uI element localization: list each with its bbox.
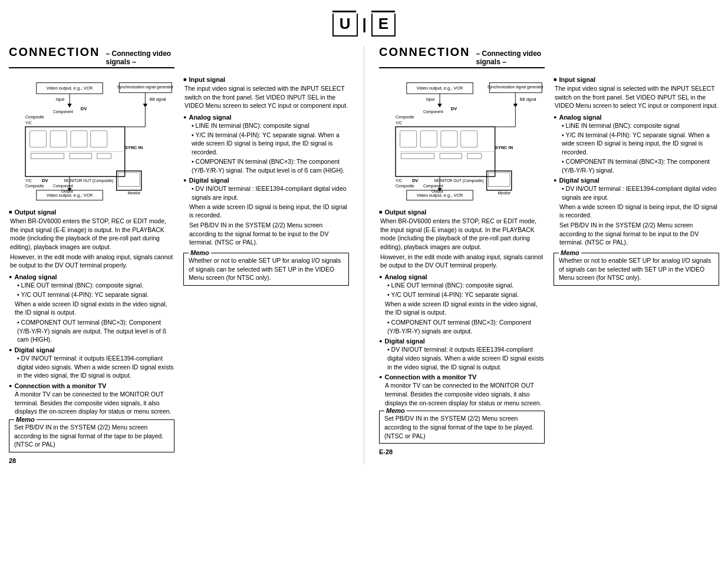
right-digital-output-section: Digital signal DV IN/OUT terminal: it ou…: [379, 338, 545, 371]
svg-text:Video output, e.g., VCR: Video output, e.g., VCR: [47, 193, 93, 198]
right-output-body-2: However, in the edit mode with analog in…: [379, 253, 545, 270]
left-section-subtitle: – Connecting video signals –: [106, 49, 174, 66]
svg-rect-12: [71, 131, 87, 147]
right-input-body: The input video signal is selected with …: [554, 84, 719, 110]
right-analog-input-item-0: LINE IN terminal (BNC): composite signal: [554, 121, 719, 130]
right-analog-input-item-1: Y/C IN terminal (4-PIN): YC separate sig…: [554, 131, 719, 157]
left-analog-input-item-2: COMPONENT IN terminal (BNC×3): The compo…: [183, 157, 349, 174]
svg-rect-17: [97, 153, 111, 158]
left-section-title-row: CONNECTION – Connecting video signals –: [9, 45, 174, 68]
svg-text:Y/C: Y/C: [25, 178, 32, 183]
right-input-memo-label: Memo: [559, 249, 581, 257]
left-digital-output-heading: Digital signal: [9, 346, 174, 353]
right-monitor-tv-heading: Connection with a monitor TV: [379, 373, 545, 381]
svg-rect-51: [441, 131, 457, 147]
right-input-memo-box: Memo Whether or not to enable SET UP for…: [554, 253, 719, 286]
left-digital-input-item-2: Set PB/DV IN in the SYSTEM (2/2) Menu sc…: [183, 221, 349, 247]
logo-e: E: [378, 15, 388, 32]
logo-divider: |: [363, 15, 367, 34]
left-column: CONNECTION – Connecting video signals – …: [9, 45, 349, 464]
column-divider: [364, 45, 364, 464]
svg-text:DV: DV: [451, 106, 457, 111]
logo-u: U: [340, 15, 351, 32]
right-analog-input-item-2: COMPONENT IN terminal (BNC×3): The compo…: [554, 157, 719, 174]
svg-text:Component: Component: [423, 110, 443, 114]
svg-text:Synchronization signal generat: Synchronization signal generator: [487, 85, 544, 90]
left-analog-item-0: LINE OUT terminal (BNC): composite signa…: [9, 281, 174, 290]
right-monitor-tv-body: A monitor TV can be connected to the MON…: [379, 381, 545, 407]
left-input-heading: Input signal: [183, 76, 349, 83]
right-monitor-tv-section: Connection with a monitor TV A monitor T…: [379, 373, 545, 407]
left-analog-item-3: COMPONENT OUT terminal (BNC×3): Componen…: [9, 318, 174, 344]
svg-text:Component: Component: [53, 184, 73, 189]
svg-text:DV: DV: [42, 178, 48, 183]
left-monitor-tv-body: A monitor TV can be connected to the MON…: [9, 390, 174, 416]
svg-text:Input: Input: [56, 97, 65, 102]
right-page-number: E-28: [379, 448, 545, 455]
svg-text:MONITOR OUT (Composite): MONITOR OUT (Composite): [434, 178, 484, 183]
right-memo-bottom-box: Memo Set PB/DV IN in the SYSTEM (2/2) Me…: [379, 411, 545, 444]
right-digital-input-item-2: Set PB/DV IN in the SYSTEM (2/2) Menu sc…: [554, 221, 719, 247]
svg-rect-55: [440, 153, 462, 158]
svg-rect-50: [420, 131, 437, 147]
svg-text:Y/C: Y/C: [25, 121, 32, 125]
right-digital-input-item-0: DV IN/OUT terminal : IEEE1394-compliant …: [554, 184, 719, 201]
svg-text:Video output, e.g., VCR: Video output, e.g., VCR: [47, 85, 93, 91]
left-memo-label: Memo: [14, 415, 37, 424]
left-memo-box: Memo Set PB/DV IN in the SYSTEM (2/2) Me…: [9, 419, 174, 452]
left-analog-output-section: Analog signal LINE OUT terminal (BNC): c…: [9, 273, 174, 344]
svg-text:Video output, e.g., VCR: Video output, e.g., VCR: [417, 193, 463, 198]
svg-text:Input: Input: [426, 97, 435, 102]
right-analog-output-heading: Analog signal: [379, 273, 545, 280]
right-digital-input-heading: Digital signal: [554, 177, 719, 184]
svg-text:BB signal: BB signal: [150, 97, 166, 102]
header: U | E: [6, 6, 722, 45]
right-column: CONNECTION – Connecting video signals – …: [379, 45, 719, 464]
left-digital-input-section: Digital signal DV IN/OUT terminal : IEEE…: [183, 177, 349, 247]
svg-text:Y/C: Y/C: [396, 178, 402, 183]
right-output-heading: Output signal: [379, 209, 545, 216]
svg-rect-13: [91, 131, 107, 147]
svg-text:Composite: Composite: [396, 115, 414, 120]
svg-marker-74: [513, 104, 518, 108]
svg-text:DV: DV: [81, 106, 87, 111]
right-memo-bottom-label: Memo: [384, 406, 407, 415]
left-digital-input-item-1: When a wide screen ID signal is being in…: [183, 203, 349, 220]
svg-text:MONITOR OUT (Composite): MONITOR OUT (Composite): [64, 178, 114, 183]
left-diagram: Video output, e.g., VCR Input Composite …: [9, 73, 174, 203]
right-output-body-1: When BR-DV6000 enters the STOP, REC or E…: [379, 217, 545, 252]
left-analog-input-item-0: LINE IN terminal (BNC): composite signal: [183, 121, 349, 130]
svg-rect-22: [118, 173, 140, 186]
left-digital-input-item-0: DV IN/OUT terminal : IEEE1394-compliant …: [183, 184, 349, 201]
svg-rect-61: [488, 173, 510, 186]
left-output-body-2: However, in the edit mode with analog in…: [9, 253, 174, 270]
left-monitor-tv-section: Connection with a monitor TV A monitor T…: [9, 382, 174, 416]
svg-rect-16: [70, 153, 91, 158]
svg-text:SYNC IN: SYNC IN: [125, 145, 143, 150]
main-content: CONNECTION – Connecting video signals – …: [6, 45, 722, 464]
svg-rect-21: [117, 171, 141, 190]
right-analog-input-heading: Analog signal: [554, 114, 719, 121]
svg-rect-60: [487, 171, 512, 190]
left-page-number: 28: [9, 457, 174, 464]
svg-text:DV: DV: [412, 178, 418, 183]
left-memo-content: Set PB/DV IN in the SYSTEM (2/2) Menu sc…: [14, 423, 169, 449]
left-analog-item-1: Y/C OUT terminal (4-PIN): YC separate si…: [9, 290, 174, 299]
right-digital-input-section: Digital signal DV IN/OUT terminal : IEEE…: [554, 177, 719, 247]
left-analog-input-item-1: Y/C IN terminal (4-PIN): YC separate sig…: [183, 131, 349, 157]
right-input-memo-content: Whether or not to enable SET UP for anal…: [559, 256, 714, 282]
right-input-signal-section: Input signal The input video signal is s…: [554, 76, 719, 110]
right-analog-item-2: When a wide screen ID signal exists in t…: [379, 300, 545, 317]
left-output-heading: Output signal: [9, 209, 174, 216]
right-analog-item-3: COMPONENT OUT terminal (BNC×3): Componen…: [379, 318, 545, 335]
left-analog-input-section: Analog signal LINE IN terminal (BNC): co…: [183, 114, 349, 174]
left-input-memo-box: Memo Whether or not to enable SET UP for…: [183, 253, 349, 286]
svg-text:Composite: Composite: [25, 115, 44, 120]
right-section-title-row: CONNECTION – Connecting video signals –: [379, 45, 545, 68]
svg-marker-35: [143, 104, 147, 108]
right-analog-input-section: Analog signal LINE IN terminal (BNC): co…: [554, 114, 719, 174]
svg-text:Monitor: Monitor: [498, 191, 511, 195]
svg-text:Component: Component: [423, 184, 443, 189]
right-analog-item-0: LINE OUT terminal (BNC): composite signa…: [379, 281, 545, 290]
left-analog-output-heading: Analog signal: [9, 273, 174, 280]
